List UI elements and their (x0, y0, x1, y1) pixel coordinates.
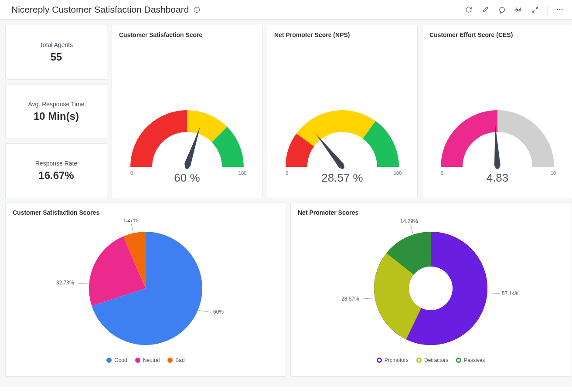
refresh-icon[interactable] (464, 5, 473, 14)
svg-line-36 (363, 298, 376, 299)
svg-point-33 (409, 267, 453, 310)
svg-text:100: 100 (394, 170, 402, 176)
chart-title: Net Promoter Scores (298, 209, 564, 216)
svg-line-5 (535, 7, 537, 9)
legend-item[interactable]: Good (106, 357, 127, 363)
legend-item[interactable]: Promotors (377, 357, 409, 363)
chart-title: Customer Satisfaction Scores (13, 209, 279, 216)
pie-csat-legend: Good Neutral Bad (13, 357, 279, 363)
dashboard-header: Nicereply Customer Satisfaction Dashboar… (0, 0, 572, 20)
svg-text:0: 0 (130, 170, 133, 176)
svg-text:60%: 60% (213, 309, 224, 315)
svg-line-24 (197, 310, 211, 312)
stat-label: Total Agents (40, 41, 73, 48)
toolbar-divider (547, 5, 548, 14)
glasses-icon[interactable] (514, 5, 523, 14)
expand-icon[interactable] (531, 5, 539, 14)
svg-line-6 (532, 10, 534, 12)
svg-point-21 (495, 165, 500, 169)
pie-csat-card: Customer Satisfaction Scores 60% 32.73% (5, 203, 286, 377)
gauge-csat-card: Customer Satisfaction Score (112, 25, 262, 198)
svg-line-34 (487, 293, 500, 294)
svg-point-8 (559, 9, 560, 10)
svg-line-28 (131, 224, 133, 233)
stat-total-agents: Total Agents 55 (5, 25, 107, 80)
gauge-value: 60 % (174, 171, 200, 185)
gauge-nps-card: Net Promoter Score (NPS) 0 100 28.57 % (267, 25, 418, 198)
info-icon[interactable] (193, 6, 200, 13)
gauge-value: 28.57 % (321, 171, 363, 185)
gauge-ces-card: Customer Effort Score (CES) 0 10 4.83 (422, 25, 572, 198)
stat-avg-response-time: Avg. Response Time 10 Min(s) (5, 84, 107, 139)
gauge-csat: 0 100 (122, 93, 252, 184)
svg-point-17 (340, 165, 344, 169)
svg-point-9 (562, 9, 562, 10)
gauge-nps: 0 100 (277, 93, 408, 184)
chart-title: Customer Effort Score (CES) (429, 31, 565, 38)
stat-value: 16.67% (38, 169, 74, 182)
svg-text:32.73%: 32.73% (56, 280, 74, 286)
gauge-ces: 0 10 (432, 93, 563, 184)
svg-text:28.57%: 28.57% (341, 296, 359, 302)
pie-nps-legend: Promotors Detractors Passives (298, 357, 564, 363)
svg-line-38 (411, 225, 413, 235)
legend-item[interactable]: Bad (167, 357, 184, 363)
svg-text:10: 10 (551, 170, 556, 176)
svg-text:0: 0 (441, 170, 443, 176)
pie-nps-card: Net Promoter Scores (290, 203, 571, 377)
svg-text:7.27%: 7.27% (123, 219, 138, 223)
svg-point-7 (557, 9, 558, 10)
svg-text:57.14%: 57.14% (502, 291, 520, 297)
svg-point-2 (197, 8, 197, 9)
chart-title: Net Promoter Score (NPS) (274, 31, 410, 38)
stat-label: Response Rate (35, 160, 78, 167)
gauge-value: 4.83 (487, 171, 509, 185)
svg-line-26 (78, 283, 90, 284)
legend-item[interactable]: Passives (456, 357, 485, 363)
stat-response-rate: Response Rate 16.67% (5, 143, 107, 198)
edit-icon[interactable] (481, 5, 490, 14)
stat-label: Avg. Response Time (28, 101, 85, 108)
chart-title: Customer Satisfaction Score (119, 31, 255, 38)
stat-value: 55 (51, 51, 62, 63)
svg-text:14.29%: 14.29% (400, 219, 418, 224)
legend-item[interactable]: Neutral (135, 357, 160, 363)
svg-text:100: 100 (238, 170, 246, 176)
more-icon[interactable] (555, 5, 564, 14)
pie-nps: 57.14% 28.57% 14.29% (298, 219, 564, 354)
svg-text:0: 0 (286, 170, 288, 176)
comment-icon[interactable] (497, 5, 506, 14)
pie-csat: 60% 32.73% 7.27% (13, 219, 279, 354)
page-title: Nicereply Customer Satisfaction Dashboar… (11, 4, 189, 15)
legend-item[interactable]: Detractors (416, 357, 448, 363)
stat-value: 10 Min(s) (34, 110, 79, 122)
